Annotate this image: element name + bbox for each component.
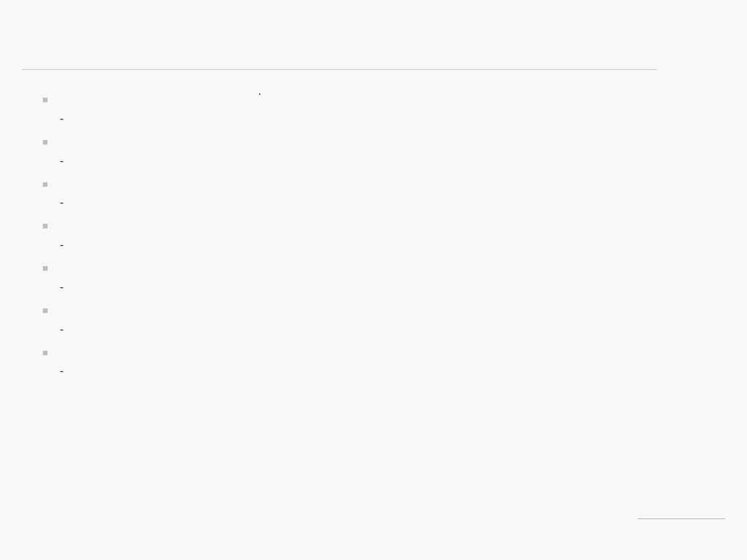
- layer-2-desc: [60, 322, 247, 337]
- layer-6-heading: ■: [42, 133, 247, 151]
- osi-diagram: [259, 93, 662, 487]
- layer-3-desc: [60, 280, 247, 295]
- layer-1-desc: [60, 364, 247, 378]
- layer-3-heading: ■: [42, 260, 247, 277]
- divider: [22, 69, 657, 70]
- layer-1-heading: ■: [42, 344, 247, 362]
- layer-bullets: ■ ■ ■ ■ ■ ■ ■: [42, 91, 247, 386]
- diagram-arrows: [259, 93, 662, 487]
- layer-4-desc: [60, 238, 247, 252]
- layer-6-desc: [60, 154, 247, 168]
- layer-2-heading: ■: [42, 302, 247, 319]
- footer-line: [638, 518, 725, 519]
- layer-5-heading: ■: [42, 176, 247, 193]
- layer-7-desc: [60, 112, 247, 126]
- uni-freiburg-mark: [708, 509, 719, 513]
- slide: ■ ■ ■ ■ ■ ■ ■: [0, 0, 747, 560]
- router-frame: [259, 93, 260, 95]
- layer-7-heading: ■: [42, 91, 247, 109]
- layer-4-heading: ■: [42, 217, 247, 235]
- layer-5-desc: [60, 195, 247, 210]
